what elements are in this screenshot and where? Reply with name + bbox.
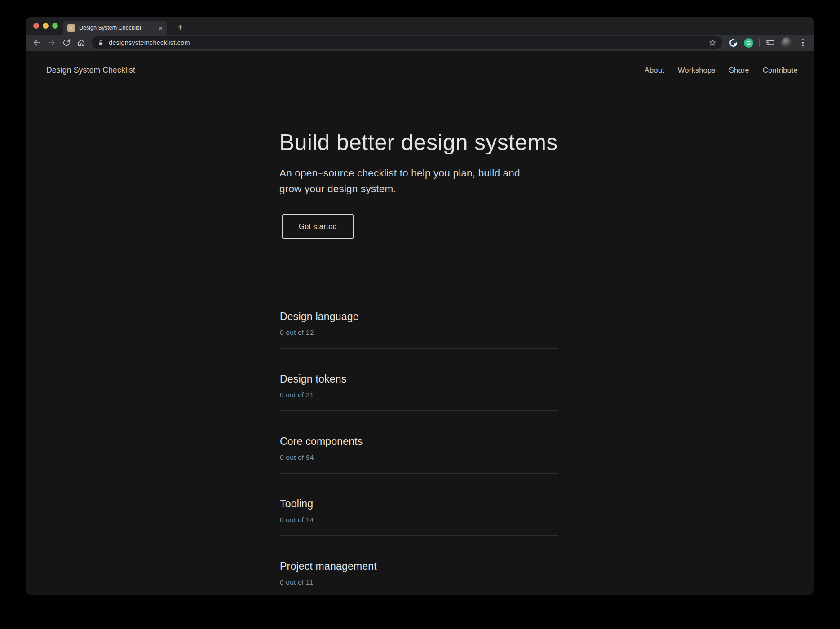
hero-subtitle-line1: An open–source checklist to help you pla… [279,165,520,181]
nav-about[interactable]: About [645,66,664,75]
forward-button[interactable] [45,36,58,49]
toolbar-right-cluster: G [726,37,809,48]
section-title: Core components [280,435,558,448]
back-button[interactable] [30,36,43,49]
section-divider [280,473,558,474]
timer-extension-icon[interactable] [729,38,738,48]
webpage: Design System Checklist About Workshops … [26,51,814,595]
reload-icon [62,38,71,47]
bookmark-star-icon[interactable] [708,39,716,47]
reload-button[interactable] [60,36,73,49]
tab-favicon-check-icon: ✓ [67,24,75,32]
tab-title: Design System Checklist [79,25,155,31]
get-started-button[interactable]: Get started [282,214,354,239]
site-header: Design System Checklist About Workshops … [46,66,798,75]
section-progress: 0 out of 21 [280,391,558,399]
hero-subtitle: An open–source checklist to help you pla… [279,165,520,197]
lock-icon[interactable] [97,40,104,46]
section-divider [280,535,558,536]
section-progress: 0 out of 11 [280,578,558,586]
back-arrow-icon [32,38,41,47]
hero-title: Build better design systems [279,129,558,155]
site-logo[interactable]: Design System Checklist [46,66,135,75]
section-progress: 0 out of 94 [280,453,558,462]
section-title: Project management [280,560,558,572]
section-tooling[interactable]: Tooling 0 out of 14 [280,498,558,560]
site-nav: About Workshops Share Contribute [645,66,798,75]
tab-close-icon[interactable]: × [159,25,163,31]
hero-subtitle-line2: grow your design system. [279,181,520,197]
browser-window: ✓ Design System Checklist × + designsyst… [26,17,814,595]
browser-tab[interactable]: ✓ Design System Checklist × [63,21,167,35]
address-bar[interactable]: designsystemchecklist.com [92,36,722,49]
section-title: Design tokens [280,373,558,385]
tab-strip: ✓ Design System Checklist × + [26,17,814,35]
section-divider [280,348,558,349]
nav-contribute[interactable]: Contribute [763,66,798,75]
section-design-language[interactable]: Design language 0 out of 12 [280,311,558,373]
checklist-sections: Design language 0 out of 12 Design token… [280,311,558,595]
section-title: Tooling [280,498,558,510]
section-project-management[interactable]: Project management 0 out of 11 [280,560,558,595]
url-text[interactable]: designsystemchecklist.com [109,39,190,46]
section-progress: 0 out of 14 [280,516,558,524]
nav-share[interactable]: Share [729,66,749,75]
cast-icon[interactable] [765,38,775,48]
browser-menu-kebab-icon[interactable] [798,39,807,47]
profile-avatar[interactable] [781,37,792,48]
section-design-tokens[interactable]: Design tokens 0 out of 21 [280,373,558,435]
zoom-window-button[interactable] [52,23,58,29]
home-button[interactable] [75,36,88,49]
toolbar-separator [759,39,760,47]
browser-toolbar: designsystemchecklist.com G [26,35,814,51]
new-tab-button[interactable]: + [174,21,186,34]
home-icon [77,38,86,47]
section-divider [280,410,558,411]
close-window-button[interactable] [33,23,39,29]
nav-workshops[interactable]: Workshops [678,66,716,75]
grammarly-extension-icon[interactable]: G [744,38,753,48]
section-title: Design language [280,311,558,323]
forward-arrow-icon [47,38,56,47]
section-progress: 0 out of 12 [280,329,558,337]
section-core-components[interactable]: Core components 0 out of 94 [280,435,558,498]
minimize-window-button[interactable] [43,23,49,29]
traffic-lights [33,23,58,29]
